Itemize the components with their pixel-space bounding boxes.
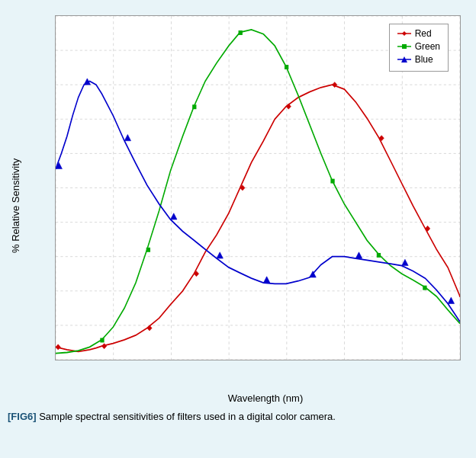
legend-label-red: Red	[415, 28, 432, 39]
svg-marker-42	[263, 277, 269, 283]
caption-text: Sample spectral sensitivities of filters…	[37, 411, 336, 422]
legend-marker-green	[397, 46, 411, 47]
legend-item-blue: Blue	[397, 54, 440, 65]
legend-item-red: Red	[397, 28, 440, 39]
chart-inner: 0 0.1 0.2 0.3 0.4 0.5 0.6 0.7 0.8 0.9 1 …	[24, 8, 468, 404]
svg-rect-31	[192, 104, 196, 109]
caption-label: [FIG6]	[8, 411, 37, 422]
svg-marker-48	[402, 31, 407, 36]
chart-plot: 0 0.1 0.2 0.3 0.4 0.5 0.6 0.7 0.8 0.9 1 …	[55, 15, 461, 360]
svg-marker-44	[355, 252, 362, 258]
legend-label-green: Green	[415, 41, 440, 52]
chart-area: % Relative Sensitivity 0 0.1 0.2 0.3 0.4…	[8, 8, 468, 404]
svg-rect-30	[146, 248, 150, 252]
svg-marker-39	[124, 134, 130, 140]
svg-rect-36	[423, 286, 426, 290]
x-axis-title: Wavelength (nm)	[63, 392, 468, 404]
legend: Red Green	[389, 24, 449, 72]
svg-marker-19	[56, 344, 60, 350]
legend-item-green: Green	[397, 41, 440, 52]
svg-marker-41	[217, 252, 223, 258]
svg-rect-34	[330, 179, 334, 184]
svg-rect-35	[377, 253, 381, 258]
svg-marker-46	[448, 297, 454, 303]
legend-label-blue: Blue	[415, 54, 433, 65]
svg-rect-29	[100, 338, 104, 343]
legend-marker-red	[397, 33, 411, 34]
svg-rect-50	[402, 44, 407, 49]
chart-container: % Relative Sensitivity 0 0.1 0.2 0.3 0.4…	[8, 8, 468, 404]
svg-marker-20	[101, 344, 106, 349]
legend-marker-blue	[397, 59, 411, 60]
y-axis-label: % Relative Sensitivity	[8, 8, 23, 404]
svg-rect-32	[239, 30, 243, 35]
svg-rect-33	[285, 65, 288, 69]
caption: [FIG6] Sample spectral sensitivities of …	[8, 410, 468, 424]
svg-marker-45	[402, 259, 408, 265]
svg-marker-40	[171, 213, 177, 219]
svg-marker-21	[147, 325, 152, 331]
